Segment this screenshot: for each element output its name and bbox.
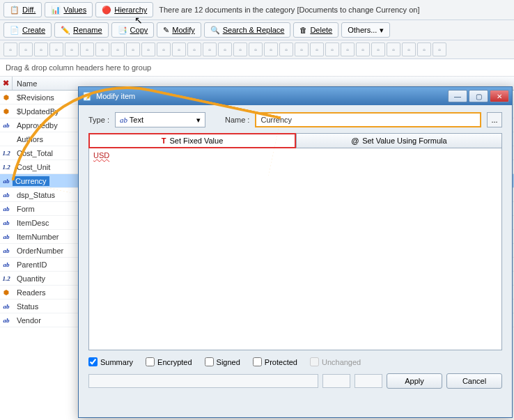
field-name: ParentID (13, 260, 47, 269)
type-icon: ab (0, 205, 13, 212)
rename-button[interactable]: ✏️Rename (54, 22, 109, 38)
icon-toolbar: ▫▫▫▫▫▫▫▫▫▫▫▫▫▫▫▫▫▫▫▫▫▫▫▫▫▫▫▫▫ (0, 40, 514, 59)
tool-icon[interactable]: ▫ (34, 42, 48, 56)
maximize-button[interactable]: ▢ (469, 90, 488, 102)
tool-icon[interactable]: ▫ (157, 42, 171, 56)
type-icon: ab (0, 247, 13, 254)
tool-icon[interactable]: ▫ (49, 42, 63, 56)
name-label: Name : (225, 116, 249, 124)
tool-icon[interactable]: ▫ (249, 42, 263, 56)
values-button[interactable]: 📊Values (45, 2, 93, 17)
tool-icon[interactable]: ▫ (218, 42, 232, 56)
minimize-button[interactable]: — (448, 90, 467, 102)
type-icon: ⬢ (0, 94, 13, 101)
tool-icon[interactable]: ▫ (19, 42, 33, 56)
modify-item-dialog: 📝Modify item — ▢ ✕ Type : ab Text ▾ Name… (78, 86, 513, 418)
tool-icon[interactable]: ▫ (356, 42, 370, 56)
type-dropdown[interactable]: ab Text ▾ (115, 112, 205, 127)
value-input[interactable]: USD (88, 148, 502, 350)
field-name: $UpdatedBy (13, 107, 59, 116)
tool-icon[interactable]: ▫ (371, 42, 385, 56)
delete-button[interactable]: 🗑Delete (293, 22, 338, 38)
type-icon: ab (0, 178, 13, 185)
field-name: Approvedby (13, 121, 58, 130)
tool-icon[interactable]: ▫ (3, 42, 17, 56)
field-name: ItemNumber (13, 233, 59, 241)
field-name: Readers (13, 288, 46, 297)
tool-icon[interactable]: ▫ (279, 42, 293, 56)
tool-icon[interactable]: ▫ (310, 42, 324, 56)
progress-small (355, 374, 382, 388)
tool-icon[interactable]: ▫ (95, 42, 109, 56)
delete-column-icon[interactable]: ✖ (0, 77, 13, 90)
tool-icon[interactable]: ▫ (325, 42, 339, 56)
field-name: Vendor (13, 316, 41, 325)
field-name: Quantity (13, 274, 45, 283)
modify-button[interactable]: ✎Modify (157, 22, 201, 38)
tool-icon[interactable]: ▫ (417, 42, 431, 56)
field-name: Status (13, 302, 38, 311)
type-icon: 1.2 (0, 164, 13, 171)
type-icon: ab (0, 303, 13, 310)
progress-small (322, 374, 350, 388)
tool-icon[interactable]: ▫ (80, 42, 94, 56)
type-icon: ab (0, 261, 13, 268)
tool-icon[interactable]: ▫ (203, 42, 217, 56)
apply-button[interactable]: Apply (387, 373, 442, 389)
field-name: Authors (13, 135, 43, 143)
tool-icon[interactable]: ▫ (387, 42, 400, 56)
tool-icon[interactable]: ▫ (141, 42, 155, 56)
type-icon: ab (0, 233, 13, 240)
copy-button[interactable]: 📑Copy (111, 22, 155, 38)
encrypted-checkbox[interactable]: Encrypted (146, 357, 192, 366)
others-button[interactable]: Others...▾ (341, 22, 390, 38)
field-name: Form (13, 205, 35, 213)
hierarchy-button[interactable]: 🔴Hierarchy (95, 2, 153, 17)
protected-checkbox[interactable]: Protected (253, 357, 297, 366)
tool-icon[interactable]: ▫ (433, 42, 446, 56)
type-icon: 1.2 (0, 150, 13, 157)
tool-icon[interactable]: ▫ (295, 42, 309, 56)
tool-icon[interactable]: ▫ (65, 42, 79, 56)
search-replace-button[interactable]: 🔍Search & Replace (204, 22, 291, 38)
tab-formula[interactable]: @Set Value Using Formula (296, 133, 502, 148)
type-icon: ab (0, 122, 13, 129)
tool-icon[interactable]: ▫ (264, 42, 278, 56)
tool-icon[interactable]: ▫ (341, 42, 355, 56)
field-name: $Revisions (13, 93, 54, 102)
diff-button[interactable]: 📋Diff. (3, 2, 42, 17)
category-info: There are 12 documents in the category [… (159, 6, 419, 14)
type-icon: ⬢ (0, 289, 13, 296)
name-field[interactable]: Currency (255, 112, 481, 127)
field-name: Cost_Unit (13, 163, 50, 171)
tool-icon[interactable]: ▫ (187, 42, 201, 56)
field-name: Cost_Total (13, 149, 53, 157)
type-icon: 1.2 (0, 275, 13, 282)
chevron-down-icon: ▾ (196, 116, 201, 125)
field-name: ItemDesc (13, 219, 49, 227)
tool-icon[interactable]: ▫ (126, 42, 140, 56)
close-button[interactable]: ✕ (490, 90, 509, 102)
name-browse-button[interactable]: ... (487, 112, 502, 127)
dialog-title-bar[interactable]: 📝Modify item — ▢ ✕ (79, 87, 512, 105)
field-name: OrderNumber (13, 247, 63, 255)
tool-icon[interactable]: ▫ (111, 42, 125, 56)
signed-checkbox[interactable]: Signed (205, 357, 240, 366)
tool-icon[interactable]: ▫ (233, 42, 247, 56)
cancel-button[interactable]: Cancel (446, 373, 502, 389)
type-icon: ab (0, 317, 13, 324)
type-label: Type : (88, 116, 109, 124)
group-instruction: Drag & drop column headers here to group (0, 59, 514, 77)
tool-icon[interactable]: ▫ (402, 42, 416, 56)
tool-icon[interactable]: ▫ (172, 42, 186, 56)
dialog-icon: 📝 (83, 92, 93, 101)
column-name-header[interactable]: Name (13, 79, 37, 88)
dialog-title: Modify item (96, 92, 135, 100)
field-name: Currency (13, 176, 49, 186)
summary-checkbox[interactable]: Summary (88, 357, 133, 366)
tab-fixed-value[interactable]: TSet Fixed Value (88, 133, 296, 148)
progress-bar (88, 374, 318, 388)
create-button[interactable]: 📄Create (3, 22, 52, 38)
type-icon: ab (0, 192, 13, 199)
value-text: USD (93, 151, 109, 160)
